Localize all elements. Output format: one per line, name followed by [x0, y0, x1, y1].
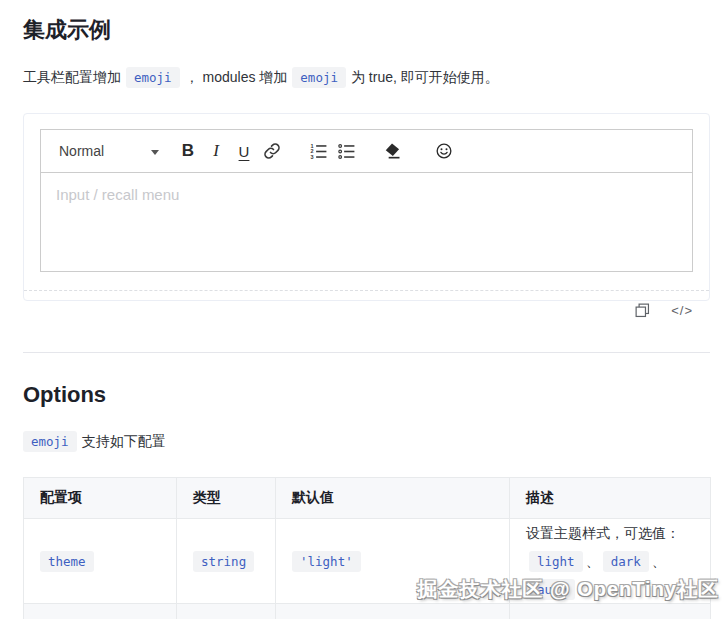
copy-code-button[interactable] — [634, 302, 651, 319]
col-header-name: 配置项 — [24, 478, 177, 519]
heading-picker[interactable]: Normal — [59, 143, 159, 159]
code-light-default: 'light' — [292, 551, 361, 572]
cell-default — [276, 604, 510, 619]
link-button[interactable] — [259, 138, 285, 164]
code-string: string — [193, 551, 254, 572]
emoji-button[interactable] — [431, 138, 457, 164]
demo-container: Normal B I U — [23, 113, 710, 301]
clean-format-button[interactable] — [379, 138, 405, 164]
intro-text-2: ， modules 增加 — [185, 69, 288, 85]
link-icon — [263, 142, 281, 160]
eraser-icon — [382, 141, 402, 161]
show-code-button[interactable]: </> — [671, 303, 693, 318]
watermark: 掘金技术社区 @ OpenTiny社区 — [418, 576, 719, 603]
page: 集成示例 工具栏配置增加emoji， modules 增加emoji为 true… — [0, 16, 725, 619]
editor-toolbar: Normal B I U — [41, 130, 692, 173]
intro-text-3: 为 true, 即可开始使用。 — [351, 69, 499, 85]
col-header-default: 默认值 — [276, 478, 510, 519]
svg-text:3: 3 — [310, 154, 313, 160]
chevron-down-icon — [151, 150, 159, 155]
code-light: light — [529, 551, 583, 572]
demo-footer: </> — [24, 290, 709, 329]
code-dark: dark — [603, 551, 649, 572]
ordered-list-icon: 123 — [309, 142, 328, 161]
options-subtitle: emoji支持如下配置 — [23, 431, 710, 452]
intro-paragraph: 工具栏配置增加emoji， modules 增加emoji为 true, 即可开… — [23, 66, 710, 88]
table-row: emoji 图标集，可选值有: — [24, 604, 711, 619]
inline-code-emoji-3: emoji — [23, 431, 77, 452]
editor-placeholder: Input / recall menu — [56, 186, 179, 203]
cell-name: theme — [24, 519, 177, 604]
cell-name — [24, 604, 177, 619]
code-theme: theme — [40, 551, 94, 572]
intro-text-1: 工具栏配置增加 — [23, 69, 121, 85]
italic-button[interactable]: I — [203, 138, 229, 164]
col-header-desc: 描述 — [510, 478, 711, 519]
desc-separator: 、 — [586, 553, 600, 569]
options-heading: Options — [23, 381, 710, 409]
cell-desc: emoji 图标集，可选值有: — [510, 604, 711, 619]
desc-text: 设置主题样式，可选值： — [526, 519, 694, 547]
cell-type — [177, 604, 276, 619]
options-subtitle-text: 支持如下配置 — [82, 433, 166, 449]
editor-content-area[interactable]: Input / recall menu — [41, 173, 692, 271]
underline-button[interactable]: U — [231, 138, 257, 164]
table-header-row: 配置项 类型 默认值 描述 — [24, 478, 711, 519]
inline-code-emoji-1: emoji — [126, 67, 180, 88]
copy-icon — [634, 302, 651, 319]
ordered-list-button[interactable]: 123 — [305, 138, 331, 164]
section-divider — [23, 352, 710, 353]
desc-separator: 、 — [652, 553, 666, 569]
code-icon: </> — [671, 303, 693, 318]
rich-text-editor: Normal B I U — [40, 129, 693, 272]
cell-type: string — [177, 519, 276, 604]
bullet-list-icon — [337, 142, 356, 161]
inline-code-emoji-2: emoji — [292, 67, 346, 88]
bullet-list-button[interactable] — [333, 138, 359, 164]
bold-button[interactable]: B — [175, 138, 201, 164]
col-header-type: 类型 — [177, 478, 276, 519]
heading-picker-label: Normal — [59, 143, 104, 159]
emoji-smile-icon — [434, 141, 454, 161]
page-title: 集成示例 — [23, 16, 710, 44]
